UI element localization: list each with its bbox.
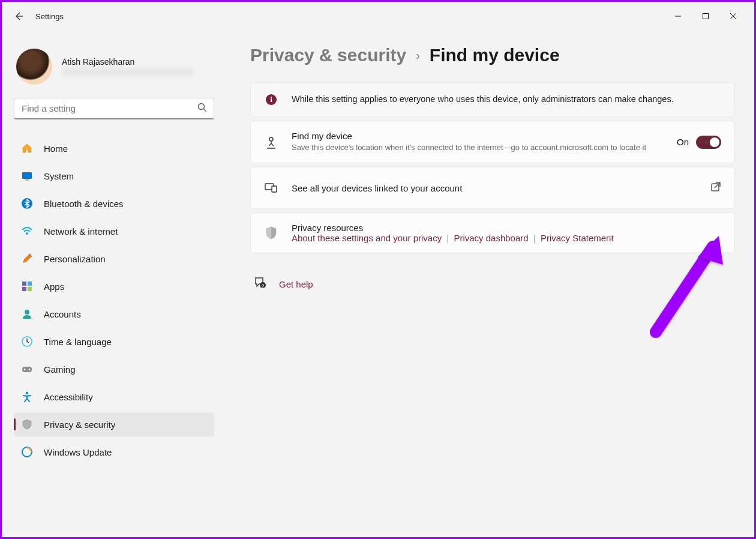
privacy-link-statement[interactable]: Privacy Statement [541, 233, 614, 243]
update-icon [21, 446, 33, 458]
sidebar-item-time-language[interactable]: Time & language [14, 330, 214, 354]
external-link-icon [710, 181, 721, 194]
breadcrumb: Privacy & security › Find my device [250, 45, 735, 65]
nav-label: Home [44, 143, 68, 154]
svg-point-14 [29, 369, 31, 370]
toggle-state-label: On [677, 137, 689, 147]
linked-devices-label: See all your devices linked to your acco… [292, 183, 697, 193]
maximize-button[interactable] [692, 7, 719, 26]
sidebar-item-apps[interactable]: Apps [14, 274, 214, 298]
sidebar-item-windows-update[interactable]: Windows Update [14, 440, 214, 464]
devices-icon [264, 181, 278, 195]
nav-label: Accessibility [44, 392, 93, 402]
nav-label: Personalization [44, 254, 106, 264]
minimize-button[interactable] [664, 7, 692, 26]
accessibility-icon [21, 391, 33, 403]
privacy-link-about[interactable]: About these settings and your privacy [292, 233, 442, 243]
sidebar-item-accessibility[interactable]: Accessibility [14, 385, 214, 409]
back-button[interactable] [9, 7, 28, 26]
svg-rect-6 [22, 282, 26, 286]
svg-rect-2 [22, 172, 32, 179]
nav-label: System [44, 171, 74, 181]
sidebar-item-network[interactable]: Network & internet [14, 219, 214, 243]
svg-rect-8 [22, 287, 26, 291]
toggle-container: On [677, 136, 721, 149]
nav-label: Accounts [44, 309, 81, 319]
svg-rect-21 [272, 186, 277, 192]
info-banner: i While this setting applies to everyone… [250, 82, 735, 117]
user-name: Atish Rajasekharan [62, 57, 194, 67]
svg-point-19 [269, 137, 273, 141]
sidebar-item-privacy-security[interactable]: Privacy & security [14, 412, 214, 436]
search-icon [197, 103, 207, 115]
avatar [16, 49, 52, 85]
user-profile[interactable]: Atish Rajasekharan [14, 31, 214, 98]
nav-label: Privacy & security [44, 420, 115, 430]
network-icon [21, 225, 33, 237]
find-device-title: Find my device [292, 131, 664, 141]
svg-rect-3 [25, 179, 29, 181]
svg-rect-9 [28, 287, 32, 291]
maximize-icon [702, 13, 709, 20]
info-icon: i [264, 92, 278, 107]
info-text: While this setting applies to everyone w… [292, 93, 721, 106]
bluetooth-icon [21, 197, 33, 209]
sidebar-item-home[interactable]: Home [14, 136, 214, 160]
location-icon [264, 135, 278, 149]
find-device-subtitle: Save this device's location when it's co… [292, 142, 664, 153]
sidebar-item-accounts[interactable]: Accounts [14, 302, 214, 326]
svg-text:i: i [270, 95, 272, 104]
svg-point-13 [24, 369, 26, 370]
svg-point-1 [199, 104, 205, 110]
svg-point-5 [26, 232, 28, 235]
shield-icon [21, 418, 33, 430]
main-content: Privacy & security › Find my device i Wh… [226, 31, 754, 537]
svg-point-10 [25, 310, 29, 315]
nav-label: Network & internet [44, 226, 118, 236]
svg-rect-12 [22, 367, 32, 372]
close-icon [730, 13, 737, 20]
help-icon: ? [254, 276, 267, 292]
nav-label: Windows Update [44, 447, 112, 457]
apps-icon [21, 280, 33, 292]
window-controls [664, 7, 747, 26]
privacy-resources-title: Privacy resources [292, 223, 721, 233]
page-title: Find my device [430, 45, 560, 65]
search-input[interactable] [14, 98, 214, 119]
home-icon [21, 142, 33, 154]
svg-text:?: ? [262, 283, 265, 289]
find-my-device-card: Find my device Save this device's locati… [250, 121, 735, 163]
minimize-icon [674, 13, 682, 20]
chevron-right-icon: › [416, 49, 420, 62]
nav-label: Apps [44, 282, 64, 292]
nav-list: Home System Bluetooth & devices Network … [14, 136, 214, 464]
back-arrow-icon [14, 11, 23, 21]
sidebar: Atish Rajasekharan Home System Bluetooth… [2, 31, 226, 537]
time-language-icon [21, 336, 33, 348]
linked-devices-card[interactable]: See all your devices linked to your acco… [250, 167, 735, 209]
sidebar-item-personalization[interactable]: Personalization [14, 247, 214, 271]
privacy-links: About these settings and your privacy | … [292, 233, 721, 243]
nav-label: Time & language [44, 337, 112, 347]
accounts-icon [21, 308, 33, 320]
sidebar-item-bluetooth[interactable]: Bluetooth & devices [14, 191, 214, 215]
breadcrumb-parent[interactable]: Privacy & security [250, 45, 406, 65]
close-button[interactable] [719, 7, 747, 26]
svg-rect-7 [28, 282, 32, 286]
get-help-link[interactable]: Get help [279, 279, 313, 289]
sidebar-item-system[interactable]: System [14, 164, 214, 188]
sidebar-item-gaming[interactable]: Gaming [14, 357, 214, 381]
get-help: ? Get help [250, 276, 735, 292]
svg-rect-0 [703, 14, 709, 19]
privacy-resources-card: Privacy resources About these settings a… [250, 212, 735, 253]
svg-point-15 [26, 392, 28, 394]
shield-icon [264, 226, 278, 240]
titlebar: Settings [2, 2, 754, 31]
gaming-icon [21, 363, 33, 375]
nav-label: Gaming [44, 364, 76, 375]
privacy-link-dashboard[interactable]: Privacy dashboard [454, 233, 528, 243]
find-device-toggle[interactable] [696, 136, 721, 149]
window-title: Settings [35, 12, 64, 21]
nav-label: Bluetooth & devices [44, 199, 124, 209]
user-email [62, 68, 194, 76]
